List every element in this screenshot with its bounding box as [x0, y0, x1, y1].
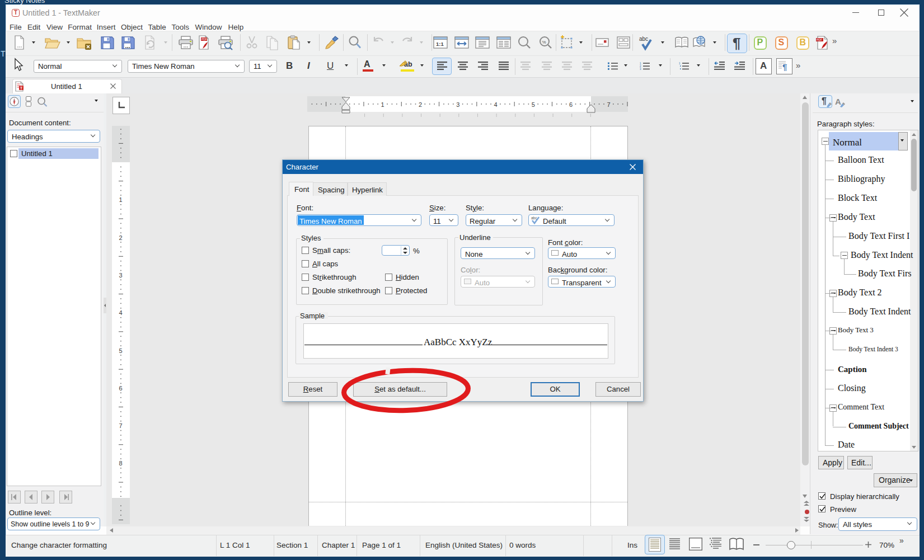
svg-text:2: 2 — [419, 101, 422, 108]
svg-text:6: 6 — [569, 101, 573, 108]
svg-text:¶: ¶ — [782, 62, 787, 72]
svg-text:4: 4 — [119, 309, 123, 316]
svg-text:4: 4 — [494, 101, 498, 108]
svg-text:8: 8 — [119, 460, 123, 467]
svg-text:1: 1 — [679, 62, 681, 65]
svg-text:PDF: PDF — [201, 37, 207, 41]
svg-text:2: 2 — [119, 234, 123, 241]
svg-text:1:1: 1:1 — [436, 41, 444, 47]
svg-text:3: 3 — [456, 101, 459, 108]
svg-text:1: 1 — [381, 101, 384, 108]
svg-text:5: 5 — [119, 347, 123, 354]
svg-text:PDF: PDF — [817, 38, 822, 41]
svg-text:7: 7 — [119, 422, 123, 429]
svg-text:5: 5 — [532, 101, 535, 108]
svg-text:abc: abc — [639, 36, 648, 42]
svg-text:3: 3 — [119, 272, 123, 279]
svg-text:%: % — [542, 40, 546, 45]
svg-text:1: 1 — [119, 196, 123, 203]
svg-text:6: 6 — [119, 385, 123, 392]
svg-text:3: 3 — [640, 68, 641, 70]
svg-text:7: 7 — [607, 101, 610, 108]
svg-text:T: T — [20, 86, 22, 90]
